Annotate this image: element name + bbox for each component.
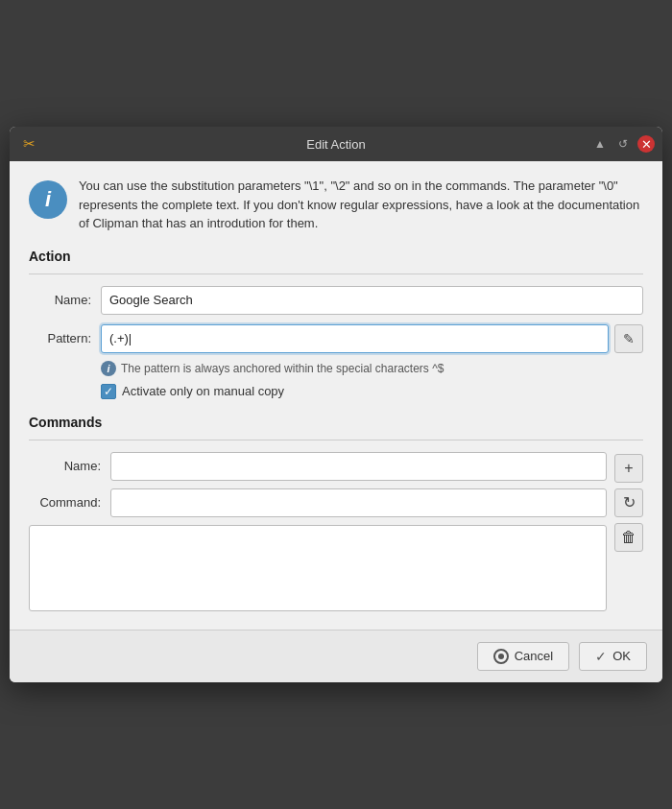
titlebar: ✂ Edit Action ▲ ↺ ✕: [10, 127, 662, 161]
commands-grid: Name: Command: +: [29, 452, 643, 614]
cancel-icon: [493, 649, 509, 664]
cmd-textarea[interactable]: [29, 525, 607, 611]
pattern-row: Pattern: ✎: [29, 324, 643, 353]
cmd-command-input[interactable]: [110, 488, 607, 517]
hint-text: The pattern is always anchored within th…: [121, 362, 444, 375]
cmd-command-label: Command:: [29, 495, 101, 510]
commands-divider: [29, 440, 643, 440]
name-input[interactable]: [101, 286, 643, 315]
close-icon: ✕: [641, 137, 652, 152]
cmd-name-input[interactable]: [110, 452, 607, 481]
manual-copy-label: Activate only on manual copy: [122, 384, 284, 398]
commands-right-buttons: + ↻ 🗑: [614, 452, 643, 552]
commands-section: Commands Name: Command:: [29, 415, 643, 614]
minimize-icon: ▲: [594, 137, 606, 151]
ok-label: OK: [612, 649, 631, 663]
app-icon: ✂: [19, 134, 38, 154]
checkbox-row[interactable]: ✓ Activate only on manual copy: [101, 384, 643, 399]
action-section: Action Name: Pattern: ✎ i: [29, 249, 643, 399]
info-text: You can use the substitution parameters …: [79, 177, 643, 233]
cancel-label: Cancel: [515, 649, 553, 663]
action-buttons: Cancel ✓ OK: [10, 630, 662, 682]
checkbox-check-icon: ✓: [104, 385, 113, 398]
titlebar-title: Edit Action: [306, 137, 365, 152]
info-box: i You can use the substitution parameter…: [29, 177, 643, 233]
hint-info-icon: i: [101, 361, 116, 376]
cmd-name-row: Name:: [29, 452, 607, 481]
pattern-hint: i The pattern is always anchored within …: [101, 361, 643, 376]
add-command-button[interactable]: +: [614, 454, 643, 483]
restore-icon: ↺: [618, 137, 628, 151]
name-row: Name:: [29, 286, 643, 315]
refresh-command-button[interactable]: ↻: [614, 488, 643, 517]
cancel-button[interactable]: Cancel: [477, 642, 569, 671]
cmd-name-label: Name:: [29, 459, 101, 473]
commands-left: Name: Command:: [29, 452, 607, 614]
pattern-label: Pattern:: [29, 331, 91, 345]
delete-command-button[interactable]: 🗑: [614, 523, 643, 552]
titlebar-left: ✂: [19, 134, 38, 154]
edit-action-dialog: ✂ Edit Action ▲ ↺ ✕ i You can use the su…: [10, 127, 662, 682]
pattern-edit-button[interactable]: ✎: [614, 324, 643, 353]
cmd-command-row: Command:: [29, 488, 607, 517]
dialog-content: i You can use the substitution parameter…: [10, 161, 662, 630]
cancel-inner-dot: [498, 654, 504, 659]
refresh-icon: ↻: [623, 493, 636, 512]
action-section-title: Action: [29, 249, 643, 264]
ok-button[interactable]: ✓ OK: [579, 642, 647, 671]
add-icon: +: [624, 460, 633, 477]
restore-button[interactable]: ↺: [614, 135, 632, 153]
info-icon: i: [29, 180, 67, 219]
delete-icon: 🗑: [621, 529, 636, 546]
ok-check-icon: ✓: [595, 649, 607, 664]
action-divider: [29, 274, 643, 274]
pattern-input[interactable]: [101, 324, 609, 353]
close-button[interactable]: ✕: [637, 135, 655, 153]
pattern-input-wrap: ✎: [101, 324, 643, 353]
minimize-button[interactable]: ▲: [591, 135, 609, 153]
name-label: Name:: [29, 293, 91, 307]
titlebar-controls: ▲ ↺ ✕: [591, 135, 655, 153]
edit-icon: ✎: [623, 331, 635, 346]
commands-section-title: Commands: [29, 415, 643, 430]
manual-copy-checkbox[interactable]: ✓: [101, 384, 116, 399]
